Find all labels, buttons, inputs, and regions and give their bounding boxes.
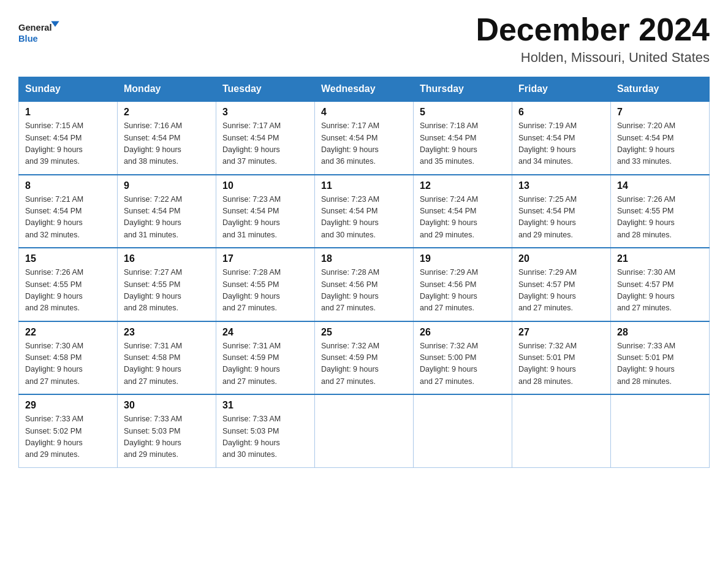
- day-number: 20: [518, 253, 604, 264]
- day-info: Sunrise: 7:32 AMSunset: 5:01 PMDaylight:…: [518, 340, 604, 388]
- calendar-title-area: December 2024 Holden, Missouri, United S…: [476, 12, 710, 66]
- day-number: 6: [518, 107, 604, 118]
- day-number: 23: [124, 327, 210, 338]
- day-info: Sunrise: 7:29 AMSunset: 4:57 PMDaylight:…: [518, 267, 604, 315]
- day-info: Sunrise: 7:23 AMSunset: 4:54 PMDaylight:…: [222, 194, 308, 242]
- day-number: 12: [420, 180, 506, 191]
- calendar-table: SundayMondayTuesdayWednesdayThursdayFrid…: [18, 77, 710, 468]
- day-info: Sunrise: 7:31 AMSunset: 4:59 PMDaylight:…: [222, 340, 308, 388]
- day-number: 31: [222, 400, 308, 411]
- calendar-cell: 15Sunrise: 7:26 AMSunset: 4:55 PMDayligh…: [19, 248, 118, 321]
- week-row-2: 8Sunrise: 7:21 AMSunset: 4:54 PMDaylight…: [19, 175, 710, 248]
- calendar-cell: 18Sunrise: 7:28 AMSunset: 4:56 PMDayligh…: [315, 248, 414, 321]
- day-header-sunday: Sunday: [19, 77, 118, 102]
- day-info: Sunrise: 7:22 AMSunset: 4:54 PMDaylight:…: [124, 194, 210, 242]
- calendar-cell: 10Sunrise: 7:23 AMSunset: 4:54 PMDayligh…: [216, 175, 315, 248]
- svg-text:General: General: [18, 23, 52, 33]
- day-info: Sunrise: 7:19 AMSunset: 4:54 PMDaylight:…: [518, 120, 604, 168]
- day-number: 29: [25, 400, 111, 411]
- day-info: Sunrise: 7:23 AMSunset: 4:54 PMDaylight:…: [321, 194, 407, 242]
- calendar-cell: [414, 394, 512, 467]
- day-info: Sunrise: 7:33 AMSunset: 5:01 PMDaylight:…: [617, 340, 703, 388]
- day-header-monday: Monday: [118, 77, 216, 102]
- day-info: Sunrise: 7:25 AMSunset: 4:54 PMDaylight:…: [518, 194, 604, 242]
- calendar-cell: 29Sunrise: 7:33 AMSunset: 5:02 PMDayligh…: [19, 394, 118, 467]
- calendar-cell: 9Sunrise: 7:22 AMSunset: 4:54 PMDaylight…: [118, 175, 216, 248]
- week-row-5: 29Sunrise: 7:33 AMSunset: 5:02 PMDayligh…: [19, 394, 710, 467]
- day-header-saturday: Saturday: [611, 77, 710, 102]
- day-number: 13: [518, 180, 604, 191]
- day-number: 21: [617, 253, 703, 264]
- day-number: 27: [518, 327, 604, 338]
- day-number: 24: [222, 327, 308, 338]
- week-row-3: 15Sunrise: 7:26 AMSunset: 4:55 PMDayligh…: [19, 248, 710, 321]
- day-number: 30: [124, 400, 210, 411]
- calendar-cell: 24Sunrise: 7:31 AMSunset: 4:59 PMDayligh…: [216, 321, 315, 395]
- day-info: Sunrise: 7:17 AMSunset: 4:54 PMDaylight:…: [222, 120, 308, 168]
- calendar-cell: 31Sunrise: 7:33 AMSunset: 5:03 PMDayligh…: [216, 394, 315, 467]
- day-info: Sunrise: 7:30 AMSunset: 4:57 PMDaylight:…: [617, 267, 703, 315]
- day-number: 10: [222, 180, 308, 191]
- day-number: 19: [420, 253, 506, 264]
- day-number: 8: [25, 180, 111, 191]
- calendar-cell: [315, 394, 414, 467]
- day-number: 5: [420, 107, 506, 118]
- calendar-cell: 17Sunrise: 7:28 AMSunset: 4:55 PMDayligh…: [216, 248, 315, 321]
- day-info: Sunrise: 7:33 AMSunset: 5:03 PMDaylight:…: [124, 413, 210, 461]
- day-info: Sunrise: 7:30 AMSunset: 4:58 PMDaylight:…: [25, 340, 111, 388]
- calendar-cell: 1Sunrise: 7:15 AMSunset: 4:54 PMDaylight…: [19, 101, 118, 175]
- svg-text:Blue: Blue: [18, 34, 38, 44]
- day-number: 3: [222, 107, 308, 118]
- calendar-cell: 26Sunrise: 7:32 AMSunset: 5:00 PMDayligh…: [414, 321, 512, 395]
- day-header-wednesday: Wednesday: [315, 77, 414, 102]
- calendar-cell: 7Sunrise: 7:20 AMSunset: 4:54 PMDaylight…: [611, 101, 710, 175]
- day-info: Sunrise: 7:26 AMSunset: 4:55 PMDaylight:…: [617, 194, 703, 242]
- day-number: 14: [617, 180, 703, 191]
- calendar-cell: 14Sunrise: 7:26 AMSunset: 4:55 PMDayligh…: [611, 175, 710, 248]
- day-number: 15: [25, 253, 111, 264]
- calendar-cell: 19Sunrise: 7:29 AMSunset: 4:56 PMDayligh…: [414, 248, 512, 321]
- day-number: 7: [617, 107, 703, 118]
- calendar-cell: 6Sunrise: 7:19 AMSunset: 4:54 PMDaylight…: [512, 101, 611, 175]
- calendar-cell: [611, 394, 710, 467]
- calendar-cell: 20Sunrise: 7:29 AMSunset: 4:57 PMDayligh…: [512, 248, 611, 321]
- day-number: 22: [25, 327, 111, 338]
- day-number: 9: [124, 180, 210, 191]
- day-number: 2: [124, 107, 210, 118]
- week-row-4: 22Sunrise: 7:30 AMSunset: 4:58 PMDayligh…: [19, 321, 710, 395]
- day-info: Sunrise: 7:20 AMSunset: 4:54 PMDaylight:…: [617, 120, 703, 168]
- day-number: 1: [25, 107, 111, 118]
- day-info: Sunrise: 7:27 AMSunset: 4:55 PMDaylight:…: [124, 267, 210, 315]
- calendar-cell: 27Sunrise: 7:32 AMSunset: 5:01 PMDayligh…: [512, 321, 611, 395]
- day-number: 26: [420, 327, 506, 338]
- location-title: Holden, Missouri, United States: [476, 50, 710, 66]
- calendar-cell: 8Sunrise: 7:21 AMSunset: 4:54 PMDaylight…: [19, 175, 118, 248]
- day-info: Sunrise: 7:17 AMSunset: 4:54 PMDaylight:…: [321, 120, 407, 168]
- calendar-cell: 30Sunrise: 7:33 AMSunset: 5:03 PMDayligh…: [118, 394, 216, 467]
- svg-marker-1: [51, 21, 59, 27]
- week-row-1: 1Sunrise: 7:15 AMSunset: 4:54 PMDaylight…: [19, 101, 710, 175]
- day-info: Sunrise: 7:18 AMSunset: 4:54 PMDaylight:…: [420, 120, 506, 168]
- day-info: Sunrise: 7:28 AMSunset: 4:56 PMDaylight:…: [321, 267, 407, 315]
- calendar-cell: 21Sunrise: 7:30 AMSunset: 4:57 PMDayligh…: [611, 248, 710, 321]
- calendar-cell: 11Sunrise: 7:23 AMSunset: 4:54 PMDayligh…: [315, 175, 414, 248]
- calendar-cell: [512, 394, 611, 467]
- day-number: 4: [321, 107, 407, 118]
- calendar-cell: 3Sunrise: 7:17 AMSunset: 4:54 PMDaylight…: [216, 101, 315, 175]
- day-header-tuesday: Tuesday: [216, 77, 315, 102]
- day-info: Sunrise: 7:21 AMSunset: 4:54 PMDaylight:…: [25, 194, 111, 242]
- day-number: 16: [124, 253, 210, 264]
- calendar-cell: 4Sunrise: 7:17 AMSunset: 4:54 PMDaylight…: [315, 101, 414, 175]
- month-title: December 2024: [476, 12, 710, 47]
- day-info: Sunrise: 7:24 AMSunset: 4:54 PMDaylight:…: [420, 194, 506, 242]
- day-info: Sunrise: 7:31 AMSunset: 4:58 PMDaylight:…: [124, 340, 210, 388]
- day-number: 25: [321, 327, 407, 338]
- day-header-friday: Friday: [512, 77, 611, 102]
- header-row: SundayMondayTuesdayWednesdayThursdayFrid…: [19, 77, 710, 102]
- calendar-cell: 25Sunrise: 7:32 AMSunset: 4:59 PMDayligh…: [315, 321, 414, 395]
- day-header-thursday: Thursday: [414, 77, 512, 102]
- day-info: Sunrise: 7:33 AMSunset: 5:02 PMDaylight:…: [25, 413, 111, 461]
- calendar-cell: 13Sunrise: 7:25 AMSunset: 4:54 PMDayligh…: [512, 175, 611, 248]
- day-info: Sunrise: 7:26 AMSunset: 4:55 PMDaylight:…: [25, 267, 111, 315]
- day-info: Sunrise: 7:32 AMSunset: 4:59 PMDaylight:…: [321, 340, 407, 388]
